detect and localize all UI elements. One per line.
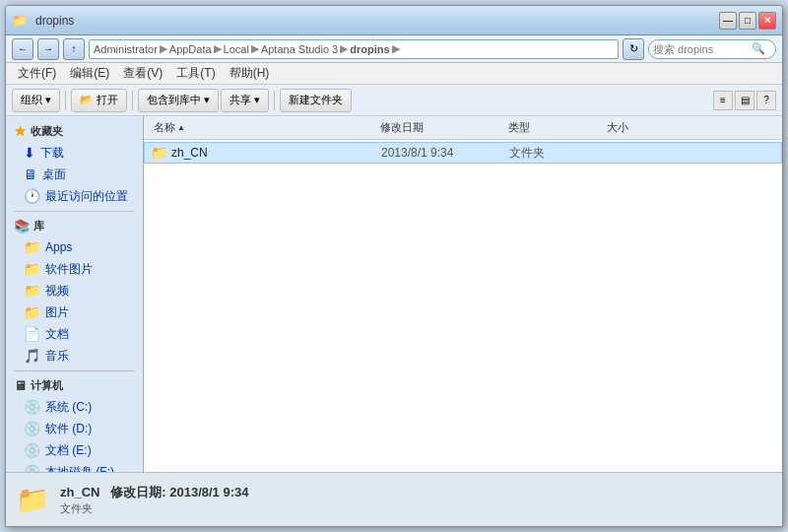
new-folder-button[interactable]: 新建文件夹: [280, 89, 352, 112]
search-input[interactable]: [653, 43, 752, 55]
computer-icon: 🖥: [14, 378, 27, 393]
search-box[interactable]: 🔍: [648, 39, 776, 59]
status-folder-icon: 📁: [16, 484, 50, 516]
status-file-name: zh_CN 修改日期: 2013/8/1 9:34: [60, 484, 248, 501]
library-icon: 📚: [14, 219, 30, 233]
window-controls: — □ ✕: [719, 12, 776, 30]
star-icon: ★: [14, 123, 27, 139]
view-toggle[interactable]: ≡: [713, 91, 733, 110]
up-button[interactable]: ↑: [63, 38, 85, 60]
sidebar-item-drive-e[interactable]: 💿 文档 (E:): [6, 439, 143, 461]
music-icon: 🎵: [24, 348, 40, 364]
menu-bar: 文件(F) 编辑(E) 查看(V) 工具(T) 帮助(H): [6, 63, 782, 85]
sidebar-item-music[interactable]: 🎵 音乐: [6, 345, 143, 366]
sidebar-item-recent[interactable]: 🕐 最近访问的位置: [6, 185, 143, 207]
documents-icon: 📄: [24, 326, 40, 342]
status-bar: 📁 zh_CN 修改日期: 2013/8/1 9:34 文件夹: [6, 472, 782, 526]
videos-icon: 📁: [24, 283, 40, 299]
refresh-button[interactable]: ↻: [623, 38, 644, 60]
search-icon: 🔍: [752, 42, 765, 55]
file-list: 📁 zh_CN 2013/8/1 9:34 文件夹: [144, 140, 782, 472]
file-date-cell: 2013/8/1 9:34: [381, 146, 509, 160]
file-name-cell: 📁 zh_CN: [151, 145, 381, 161]
menu-edit[interactable]: 编辑(E): [64, 63, 115, 84]
sidebar-library-header: 📚 库: [6, 216, 143, 236]
toolbar-separator-2: [132, 91, 133, 110]
apps-folder-icon: 📁: [24, 239, 40, 255]
path-segment-dropins: dropins: [350, 43, 389, 55]
address-bar: ← → ↑ Administrator ▶ AppData ▶ Local ▶ …: [6, 35, 782, 63]
help-button[interactable]: ?: [756, 91, 776, 110]
recent-icon: 🕐: [24, 188, 40, 204]
sidebar-item-drive-f[interactable]: 💿 本地磁盘 (F:): [6, 461, 143, 472]
include-library-button[interactable]: 包含到库中 ▾: [138, 89, 219, 112]
sidebar-divider-2: [14, 370, 135, 371]
sidebar-section-favorites: ★ 收藏夹 ⬇ 下载 🖥 桌面 🕐 最近访问的位置: [6, 120, 143, 207]
sort-arrow-icon: ▲: [177, 123, 185, 132]
sidebar-section-library: 📚 库 📁 Apps 📁 软件图片 📁 视频 📁 图片: [6, 216, 143, 366]
close-button[interactable]: ✕: [758, 12, 776, 30]
organize-label: 组织 ▾: [21, 93, 51, 107]
sidebar-item-drive-c[interactable]: 💿 系统 (C:): [6, 396, 143, 418]
path-segment-administrator: Administrator: [94, 43, 158, 55]
window-icon: 📁: [12, 13, 28, 28]
drive-e-icon: 💿: [24, 442, 40, 458]
sidebar-item-apps[interactable]: 📁 Apps: [6, 236, 143, 258]
file-list-area: 名称 ▲ 修改日期 类型 大小 📁 zh_CN: [144, 116, 782, 472]
maximize-button[interactable]: □: [739, 12, 756, 30]
organize-button[interactable]: 组织 ▾: [12, 89, 60, 112]
sidebar-item-videos[interactable]: 📁 视频: [6, 280, 143, 301]
address-path[interactable]: Administrator ▶ AppData ▶ Local ▶ Aptana…: [89, 39, 619, 59]
desktop-icon: 🖥: [24, 166, 37, 182]
file-list-header: 名称 ▲ 修改日期 类型 大小: [144, 116, 782, 140]
sidebar-item-pictures[interactable]: 📁 图片: [6, 301, 143, 323]
pictures-icon: 📁: [24, 304, 40, 320]
minimize-button[interactable]: —: [719, 12, 737, 30]
status-info: zh_CN 修改日期: 2013/8/1 9:34 文件夹: [60, 484, 248, 516]
sidebar-item-desktop[interactable]: 🖥 桌面: [6, 164, 143, 185]
table-row[interactable]: 📁 zh_CN 2013/8/1 9:34 文件夹: [144, 142, 782, 164]
share-button[interactable]: 共享 ▾: [221, 89, 269, 112]
software-images-icon: 📁: [24, 261, 40, 277]
path-segment-appdata: AppData: [169, 43, 212, 55]
sidebar-computer-header: 🖥 计算机: [6, 375, 143, 396]
view-buttons: ≡ ▤ ?: [713, 91, 776, 110]
open-icon: 📂: [80, 94, 94, 106]
path-segment-local: Local: [224, 43, 249, 55]
col-header-type[interactable]: 类型: [504, 118, 603, 137]
view-details[interactable]: ▤: [735, 91, 755, 110]
col-header-size[interactable]: 大小: [603, 118, 682, 137]
title-bar: 📁 dropins — □ ✕: [6, 6, 782, 35]
menu-help[interactable]: 帮助(H): [224, 63, 276, 84]
sidebar-item-software-images[interactable]: 📁 软件图片: [6, 258, 143, 280]
open-button[interactable]: 📂 打开: [71, 89, 127, 112]
status-file-type: 文件夹: [60, 501, 248, 516]
sidebar: ★ 收藏夹 ⬇ 下载 🖥 桌面 🕐 最近访问的位置: [6, 116, 144, 472]
col-header-date[interactable]: 修改日期: [376, 118, 504, 137]
drive-f-icon: 💿: [24, 464, 40, 472]
download-icon: ⬇: [24, 145, 35, 161]
sidebar-item-drive-d[interactable]: 💿 软件 (D:): [6, 418, 143, 439]
explorer-window: 📁 dropins — □ ✕ ← → ↑ Administrator ▶ Ap…: [5, 5, 783, 527]
sidebar-section-computer: 🖥 计算机 💿 系统 (C:) 💿 软件 (D:) 💿 文档 (E:) 💿: [6, 375, 143, 472]
main-content: ★ 收藏夹 ⬇ 下载 🖥 桌面 🕐 最近访问的位置: [6, 116, 782, 472]
forward-button[interactable]: →: [37, 38, 59, 60]
menu-file[interactable]: 文件(F): [12, 63, 62, 84]
sidebar-favorites-header: ★ 收藏夹: [6, 120, 143, 142]
folder-icon: 📁: [151, 145, 167, 161]
title-bar-left: 📁 dropins: [12, 13, 719, 28]
sidebar-item-download[interactable]: ⬇ 下载: [6, 142, 143, 164]
sidebar-item-documents[interactable]: 📄 文档: [6, 323, 143, 345]
drive-c-icon: 💿: [24, 399, 40, 415]
back-button[interactable]: ←: [12, 38, 33, 60]
drive-d-icon: 💿: [24, 421, 40, 436]
menu-tools[interactable]: 工具(T): [170, 63, 221, 84]
toolbar: 组织 ▾ 📂 打开 包含到库中 ▾ 共享 ▾ 新建文件夹 ≡ ▤ ?: [6, 85, 782, 116]
path-segment-aptana: Aptana Studio 3: [261, 43, 338, 55]
toolbar-separator-3: [274, 91, 275, 110]
window-title: dropins: [35, 14, 74, 28]
menu-view[interactable]: 查看(V): [117, 63, 168, 84]
toolbar-separator-1: [65, 91, 66, 110]
col-header-name[interactable]: 名称 ▲: [150, 118, 376, 137]
sidebar-divider-1: [14, 211, 135, 212]
